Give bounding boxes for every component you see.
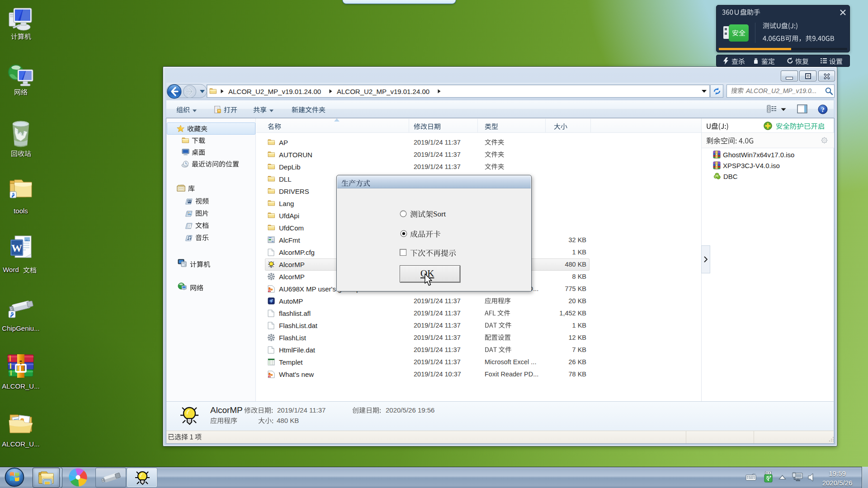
- svg-text:?: ?: [821, 106, 825, 113]
- svg-text:PDF: PDF: [268, 290, 272, 292]
- svg-text:W: W: [11, 242, 22, 254]
- svg-text:PDF: PDF: [268, 375, 272, 377]
